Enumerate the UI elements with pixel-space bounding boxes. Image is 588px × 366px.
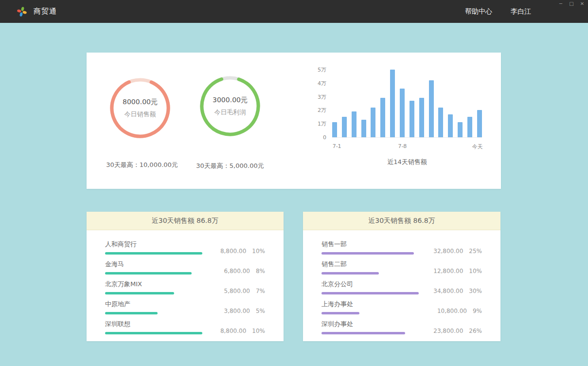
- bar: [438, 108, 443, 137]
- ranking-row-value: 12,800.0010%: [433, 268, 482, 274]
- ranking-row-bar: [321, 252, 414, 255]
- bar: [342, 117, 347, 137]
- x-axis: 7-17-8今天: [332, 143, 482, 151]
- ranking-title: 近30天销售额 86.8万: [87, 212, 284, 230]
- x-tick-label: 7-8: [398, 143, 407, 149]
- ranking-row-bar: [105, 272, 192, 274]
- ranking-row-value: 34,800.0030%: [433, 288, 482, 294]
- ranking-row: 深圳联想8,800.0010%: [105, 320, 265, 334]
- y-tick-label: 1万: [318, 120, 326, 128]
- ranking-row: 销售一部32,800.0025%: [321, 240, 482, 255]
- x-tick-label: 7-1: [333, 143, 341, 149]
- today-profit-label: 今日毛利润: [214, 108, 246, 117]
- y-tick-label: 2万: [318, 107, 326, 114]
- ranking-row: 北京分公司34,800.0030%: [321, 280, 482, 294]
- ranking-row-label: 北京万象MIX: [105, 280, 202, 289]
- titlebar: 商贸通 帮助中心 李白江 ─ □ ✕: [0, 0, 588, 23]
- today-sales-value: 8000.00元: [123, 98, 158, 107]
- bar: [448, 114, 453, 137]
- bar: [371, 108, 375, 137]
- bar: [352, 111, 356, 137]
- ranking-row-value: 8,800.0010%: [220, 328, 265, 334]
- y-axis: 5万4万3万2万1万0: [311, 70, 326, 137]
- bar: [410, 101, 414, 137]
- ranking-row: 中原地产3,800.005%: [105, 300, 265, 314]
- customer-ranking-card: 近30天销售额 86.8万 人和商贸行8,800.0010%金海马6,800.0…: [87, 212, 284, 341]
- ranking-row: 人和商贸行8,800.0010%: [105, 240, 265, 255]
- bar: [361, 120, 366, 137]
- ranking-row-value: 32,800.0025%: [433, 248, 482, 255]
- bar: [477, 110, 482, 137]
- app-window: 商贸通 帮助中心 李白江 ─ □ ✕ 8000.00元 今日销售额 30天最高：…: [0, 0, 588, 366]
- ranking-row-value: 23,800.0026%: [433, 328, 482, 334]
- bar: [429, 80, 434, 137]
- username-menu[interactable]: 李白江: [511, 7, 531, 16]
- sales-30day-max: 30天最高：10,000.00元: [106, 161, 178, 169]
- ranking-title: 近30天销售额 86.8万: [303, 212, 500, 230]
- bar: [400, 89, 405, 137]
- ranking-body: 销售一部32,800.0025%销售二部12,800.0010%北京分公司34,…: [303, 230, 500, 334]
- bar-plot: [332, 70, 482, 137]
- y-tick-label: 5万: [318, 66, 326, 73]
- sales-14day-bar-chart: 5万4万3万2万1万0 7-17-8今天 近14天销售额: [332, 70, 482, 138]
- minimize-icon[interactable]: ─: [558, 1, 564, 7]
- bar: [419, 98, 424, 137]
- app-title: 商贸通: [34, 7, 57, 16]
- ranking-row-label: 北京分公司: [321, 280, 419, 289]
- bar: [380, 98, 385, 137]
- today-sales-donut: 8000.00元 今日销售额: [108, 76, 172, 140]
- ranking-row-value: 10,800.009%: [437, 308, 482, 314]
- ranking-row: 深圳办事处23,800.0026%: [321, 320, 482, 334]
- x-tick-label: 今天: [472, 143, 482, 150]
- ranking-row-bar: [105, 332, 202, 334]
- maximize-icon[interactable]: □: [569, 1, 574, 7]
- close-icon[interactable]: ✕: [579, 1, 585, 7]
- bar: [458, 122, 463, 137]
- window-controls: ─ □ ✕: [558, 1, 585, 7]
- ranking-row-value: 3,800.005%: [224, 308, 265, 314]
- bar: [332, 122, 337, 137]
- today-profit-value: 3000.00元: [213, 96, 248, 105]
- ranking-row-label: 人和商贸行: [105, 240, 202, 249]
- ranking-row-label: 销售一部: [321, 240, 419, 249]
- y-tick-label: 4万: [318, 79, 326, 87]
- ranking-row-bar: [321, 292, 419, 294]
- ranking-row-bar: [105, 292, 174, 294]
- ranking-row-bar: [321, 312, 359, 314]
- ranking-row-label: 深圳办事处: [321, 320, 419, 329]
- today-sales-label: 今日销售额: [125, 110, 156, 119]
- ranking-row-value: 8,800.0010%: [220, 248, 265, 255]
- ranking-row-bar: [321, 272, 379, 274]
- bar: [390, 70, 395, 137]
- ranking-row-value: 6,800.008%: [224, 268, 265, 274]
- ranking-row-label: 中原地产: [105, 300, 202, 309]
- ranking-row-bar: [105, 252, 202, 255]
- help-center-link[interactable]: 帮助中心: [465, 7, 492, 16]
- chart-caption: 近14天销售额: [387, 158, 427, 166]
- ranking-row-value: 5,800.007%: [224, 288, 265, 294]
- y-tick-label: 0: [323, 134, 326, 141]
- y-tick-label: 3万: [318, 93, 326, 100]
- ranking-row-label: 金海马: [105, 260, 202, 269]
- ranking-row-label: 上海办事处: [321, 300, 419, 309]
- profit-30day-max: 30天最高：5,000.00元: [196, 162, 264, 170]
- today-profit-donut: 3000.00元 今日毛利润: [198, 74, 262, 138]
- ranking-row-bar: [321, 332, 405, 334]
- ranking-row: 金海马6,800.008%: [105, 260, 265, 274]
- ranking-row: 上海办事处10,800.009%: [321, 300, 482, 314]
- ranking-row-label: 深圳联想: [105, 320, 202, 329]
- department-ranking-card: 近30天销售额 86.8万 销售一部32,800.0025%销售二部12,800…: [303, 212, 500, 341]
- ranking-row: 北京万象MIX5,800.007%: [105, 280, 265, 294]
- summary-card: 8000.00元 今日销售额 30天最高：10,000.00元 3000.00元…: [87, 53, 501, 189]
- ranking-row: 销售二部12,800.0010%: [321, 260, 482, 274]
- ranking-body: 人和商贸行8,800.0010%金海马6,800.008%北京万象MIX5,80…: [87, 230, 284, 334]
- ranking-row-bar: [105, 312, 158, 314]
- ranking-row-label: 销售二部: [321, 260, 419, 269]
- app-logo-icon: [17, 6, 27, 17]
- bar: [467, 117, 472, 137]
